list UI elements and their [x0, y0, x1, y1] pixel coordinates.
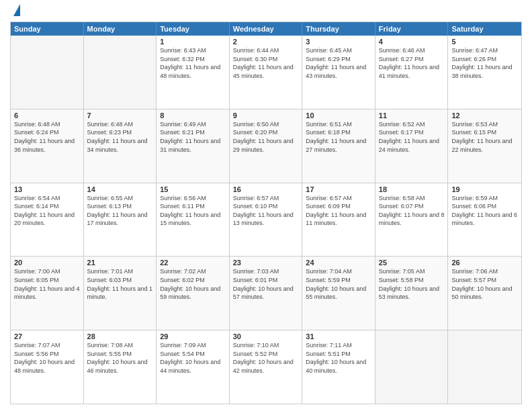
empty-cell: [448, 330, 521, 404]
day-info: Sunrise: 6:46 AM Sunset: 6:27 PM Dayligh…: [379, 46, 445, 80]
day-info: Sunrise: 6:59 AM Sunset: 6:06 PM Dayligh…: [451, 194, 518, 228]
day-cell-8: 8Sunrise: 6:49 AM Sunset: 6:21 PM Daylig…: [157, 109, 230, 183]
day-info: Sunrise: 6:48 AM Sunset: 6:24 PM Dayligh…: [14, 120, 80, 154]
day-cell-16: 16Sunrise: 6:57 AM Sunset: 6:10 PM Dayli…: [230, 183, 303, 257]
day-number: 17: [306, 185, 371, 193]
day-info: Sunrise: 6:55 AM Sunset: 6:13 PM Dayligh…: [87, 194, 153, 228]
day-number: 27: [14, 332, 80, 340]
day-cell-5: 5Sunrise: 6:47 AM Sunset: 6:26 PM Daylig…: [448, 36, 521, 109]
day-info: Sunrise: 6:44 AM Sunset: 6:30 PM Dayligh…: [233, 46, 299, 80]
day-number: 31: [306, 332, 371, 340]
day-number: 8: [160, 111, 226, 120]
day-header-friday: Friday: [375, 22, 449, 36]
day-number: 3: [306, 38, 371, 46]
day-number: 15: [160, 185, 226, 193]
day-cell-2: 2Sunrise: 6:44 AM Sunset: 6:30 PM Daylig…: [230, 36, 303, 109]
day-info: Sunrise: 7:01 AM Sunset: 6:03 PM Dayligh…: [87, 267, 153, 301]
day-number: 14: [87, 185, 153, 193]
day-number: 28: [87, 332, 153, 340]
day-number: 26: [451, 259, 518, 267]
day-info: Sunrise: 6:56 AM Sunset: 6:11 PM Dayligh…: [160, 194, 226, 228]
day-cell-27: 27Sunrise: 7:07 AM Sunset: 5:56 PM Dayli…: [11, 330, 84, 404]
day-cell-30: 30Sunrise: 7:10 AM Sunset: 5:52 PM Dayli…: [230, 330, 303, 404]
day-number: 25: [379, 259, 445, 267]
day-header-monday: Monday: [84, 22, 157, 36]
empty-cell: [84, 36, 157, 109]
day-cell-6: 6Sunrise: 6:48 AM Sunset: 6:24 PM Daylig…: [11, 109, 84, 183]
day-info: Sunrise: 6:54 AM Sunset: 6:14 PM Dayligh…: [14, 194, 80, 228]
day-number: 22: [160, 259, 226, 267]
day-number: 29: [160, 332, 226, 340]
day-cell-26: 26Sunrise: 7:06 AM Sunset: 5:57 PM Dayli…: [448, 257, 521, 330]
calendar: SundayMondayTuesdayWednesdayThursdayFrid…: [10, 21, 522, 404]
page: SundayMondayTuesdayWednesdayThursdayFrid…: [0, 0, 532, 411]
day-cell-1: 1Sunrise: 6:43 AM Sunset: 6:32 PM Daylig…: [157, 36, 230, 109]
week-row-4: 20Sunrise: 7:00 AM Sunset: 6:05 PM Dayli…: [11, 256, 521, 330]
day-cell-25: 25Sunrise: 7:05 AM Sunset: 5:58 PM Dayli…: [375, 257, 449, 330]
day-info: Sunrise: 7:03 AM Sunset: 6:01 PM Dayligh…: [233, 267, 299, 301]
day-info: Sunrise: 7:09 AM Sunset: 5:54 PM Dayligh…: [160, 341, 226, 375]
day-header-sunday: Sunday: [11, 22, 84, 36]
day-number: 18: [379, 185, 445, 193]
day-cell-13: 13Sunrise: 6:54 AM Sunset: 6:14 PM Dayli…: [11, 183, 84, 257]
day-info: Sunrise: 6:50 AM Sunset: 6:20 PM Dayligh…: [233, 120, 299, 154]
calendar-header: SundayMondayTuesdayWednesdayThursdayFrid…: [11, 22, 521, 36]
day-info: Sunrise: 7:06 AM Sunset: 5:57 PM Dayligh…: [451, 267, 518, 301]
day-info: Sunrise: 6:43 AM Sunset: 6:32 PM Dayligh…: [160, 46, 226, 80]
day-info: Sunrise: 6:57 AM Sunset: 6:10 PM Dayligh…: [233, 194, 299, 228]
day-cell-24: 24Sunrise: 7:04 AM Sunset: 5:59 PM Dayli…: [302, 257, 375, 330]
week-row-2: 6Sunrise: 6:48 AM Sunset: 6:24 PM Daylig…: [11, 109, 521, 183]
day-info: Sunrise: 6:48 AM Sunset: 6:23 PM Dayligh…: [87, 120, 153, 154]
day-info: Sunrise: 6:58 AM Sunset: 6:07 PM Dayligh…: [379, 194, 445, 228]
day-info: Sunrise: 7:10 AM Sunset: 5:52 PM Dayligh…: [233, 341, 299, 375]
day-info: Sunrise: 7:08 AM Sunset: 5:55 PM Dayligh…: [87, 341, 153, 375]
day-header-saturday: Saturday: [448, 22, 521, 36]
day-info: Sunrise: 6:57 AM Sunset: 6:09 PM Dayligh…: [306, 194, 371, 228]
week-row-3: 13Sunrise: 6:54 AM Sunset: 6:14 PM Dayli…: [11, 183, 521, 257]
day-number: 11: [379, 111, 445, 120]
day-cell-7: 7Sunrise: 6:48 AM Sunset: 6:23 PM Daylig…: [84, 109, 157, 183]
day-cell-9: 9Sunrise: 6:50 AM Sunset: 6:20 PM Daylig…: [230, 109, 303, 183]
week-row-1: 1Sunrise: 6:43 AM Sunset: 6:32 PM Daylig…: [11, 36, 521, 109]
day-info: Sunrise: 6:53 AM Sunset: 6:15 PM Dayligh…: [451, 120, 518, 154]
day-number: 23: [233, 259, 299, 267]
day-cell-29: 29Sunrise: 7:09 AM Sunset: 5:54 PM Dayli…: [157, 330, 230, 404]
day-cell-18: 18Sunrise: 6:58 AM Sunset: 6:07 PM Dayli…: [375, 183, 449, 257]
day-number: 10: [306, 111, 371, 120]
day-cell-23: 23Sunrise: 7:03 AM Sunset: 6:01 PM Dayli…: [230, 257, 303, 330]
day-number: 2: [233, 38, 299, 46]
day-number: 5: [451, 38, 518, 46]
day-number: 7: [87, 111, 153, 120]
day-cell-10: 10Sunrise: 6:51 AM Sunset: 6:18 PM Dayli…: [302, 109, 375, 183]
day-cell-31: 31Sunrise: 7:11 AM Sunset: 5:51 PM Dayli…: [302, 330, 375, 404]
day-number: 6: [14, 111, 80, 120]
day-cell-3: 3Sunrise: 6:45 AM Sunset: 6:29 PM Daylig…: [302, 36, 375, 109]
day-cell-20: 20Sunrise: 7:00 AM Sunset: 6:05 PM Dayli…: [11, 257, 84, 330]
day-header-thursday: Thursday: [302, 22, 375, 36]
day-number: 21: [87, 259, 153, 267]
day-cell-28: 28Sunrise: 7:08 AM Sunset: 5:55 PM Dayli…: [84, 330, 157, 404]
day-cell-12: 12Sunrise: 6:53 AM Sunset: 6:15 PM Dayli…: [448, 109, 521, 183]
day-cell-4: 4Sunrise: 6:46 AM Sunset: 6:27 PM Daylig…: [375, 36, 449, 109]
day-info: Sunrise: 7:02 AM Sunset: 6:02 PM Dayligh…: [160, 267, 226, 301]
day-info: Sunrise: 6:45 AM Sunset: 6:29 PM Dayligh…: [306, 46, 371, 80]
day-number: 4: [379, 38, 445, 46]
day-info: Sunrise: 6:49 AM Sunset: 6:21 PM Dayligh…: [160, 120, 226, 154]
day-info: Sunrise: 7:05 AM Sunset: 5:58 PM Dayligh…: [379, 267, 445, 301]
day-number: 12: [451, 111, 518, 120]
day-cell-21: 21Sunrise: 7:01 AM Sunset: 6:03 PM Dayli…: [84, 257, 157, 330]
day-cell-17: 17Sunrise: 6:57 AM Sunset: 6:09 PM Dayli…: [302, 183, 375, 257]
day-number: 1: [160, 38, 226, 46]
day-cell-15: 15Sunrise: 6:56 AM Sunset: 6:11 PM Dayli…: [157, 183, 230, 257]
day-header-wednesday: Wednesday: [230, 22, 303, 36]
day-number: 30: [233, 332, 299, 340]
day-number: 20: [14, 259, 80, 267]
day-cell-22: 22Sunrise: 7:02 AM Sunset: 6:02 PM Dayli…: [157, 257, 230, 330]
day-header-tuesday: Tuesday: [157, 22, 230, 36]
day-info: Sunrise: 6:47 AM Sunset: 6:26 PM Dayligh…: [451, 46, 518, 80]
day-info: Sunrise: 7:07 AM Sunset: 5:56 PM Dayligh…: [14, 341, 80, 375]
week-row-5: 27Sunrise: 7:07 AM Sunset: 5:56 PM Dayli…: [11, 330, 521, 404]
empty-cell: [11, 36, 84, 109]
day-info: Sunrise: 7:04 AM Sunset: 5:59 PM Dayligh…: [306, 267, 371, 301]
day-cell-11: 11Sunrise: 6:52 AM Sunset: 6:17 PM Dayli…: [375, 109, 449, 183]
